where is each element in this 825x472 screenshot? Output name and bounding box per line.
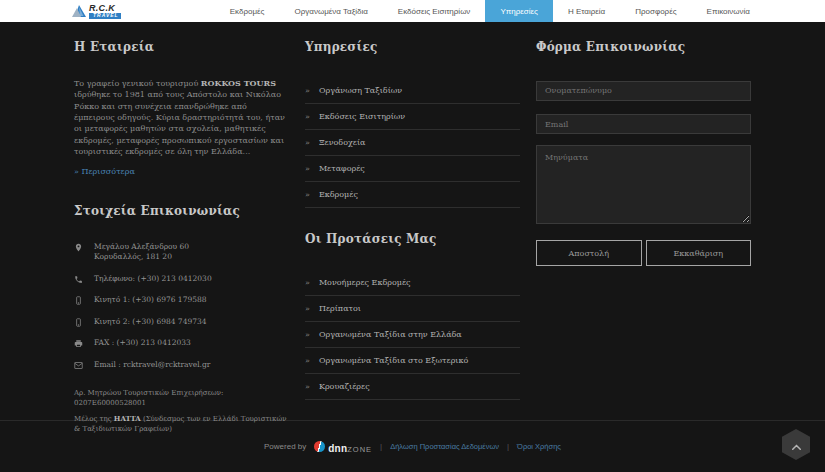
proposals-list: Μονοήμερες ΕκδρομέςΠερίπατοιΟργανωμένα Τ… <box>305 270 520 400</box>
submit-button[interactable]: Αποστολή <box>536 240 642 266</box>
list-item[interactable]: Μεταφορές <box>305 156 520 182</box>
email-icon <box>74 361 84 370</box>
main-nav: ΕκδρομέςΟργανωμένα ΤαξίδιαΕκδόσεις Εισιτ… <box>215 0 765 22</box>
contact-info-list: Μεγάλου Αλεξάνδρου 60Κορυδαλλός, 181 20Τ… <box>74 242 289 371</box>
nav-item-5[interactable]: Προσφορές <box>620 0 691 22</box>
list-item[interactable]: Μονοήμερες Εκδρομές <box>305 270 520 296</box>
phone-icon <box>74 275 84 284</box>
contact-text: Τηλέφωνο: (+30) 213 0412030 <box>94 274 212 285</box>
list-item[interactable]: Εκδόσεις Εισιτηρίων <box>305 104 520 130</box>
contact-text: Μεγάλου Αλεξάνδρου 60Κορυδαλλός, 181 20 <box>94 242 189 263</box>
contact-form-column: Φόρμα Επικοινωνίας Αποστολή Εκκαθάριση <box>536 30 751 435</box>
footer-separator: | <box>380 442 382 451</box>
main-content: Η Εταιρεία Το γραφείο γενικού τουρισμού … <box>0 22 825 420</box>
logo-text: R.C.K TRAVEL <box>89 4 121 19</box>
list-item[interactable]: Εκδρομές <box>305 182 520 208</box>
nav-item-2[interactable]: Εκδόσεις Εισιτηρίων <box>383 0 486 22</box>
nav-item-3[interactable]: Υπηρεσίες <box>485 0 553 22</box>
list-item[interactable]: Οργανωμένα Ταξίδια στην Ελλάδα <box>305 322 520 348</box>
list-item[interactable]: Περίπατοι <box>305 296 520 322</box>
contact-row: Τηλέφωνο: (+30) 213 0412030 <box>74 274 289 285</box>
email-input[interactable] <box>536 114 751 134</box>
services-list: Οργάνωση ΤαξιδίωνΕκδόσεις ΕισιτηρίωνΞενο… <box>305 78 520 208</box>
chevron-up-icon <box>792 435 801 454</box>
mobile-icon <box>74 318 84 327</box>
contact-row: FAX : (+30) 213 0412033 <box>74 338 289 349</box>
footer-separator: | <box>507 442 509 451</box>
dnnzone-logo[interactable]: dnnZONE <box>314 438 372 456</box>
privacy-link[interactable]: Δήλωση Προστασίας Δεδομένων <box>390 442 499 451</box>
contact-text: Κινητό 1: (+30) 6976 179588 <box>94 295 207 306</box>
contact-row: Μεγάλου Αλεξάνδρου 60Κορυδαλλός, 181 20 <box>74 242 289 263</box>
terms-link[interactable]: Όροι Χρήσης <box>517 442 561 451</box>
site-header: R.C.K TRAVEL ΕκδρομέςΟργανωμένα ΤαξίδιαΕ… <box>0 0 825 22</box>
list-item[interactable]: Ξενοδοχεία <box>305 130 520 156</box>
contact-text: Κινητό 2: (+30) 6984 749734 <box>94 317 207 328</box>
nav-item-4[interactable]: Η Εταιρεία <box>553 0 620 22</box>
mobile-icon <box>74 296 84 305</box>
logo-triangle-icon <box>72 5 86 17</box>
proposals-title: Οι Προτάσεις Μας <box>305 232 520 246</box>
list-item[interactable]: Κρουαζιέρες <box>305 374 520 400</box>
nav-item-0[interactable]: Εκδρομές <box>215 0 280 22</box>
list-item[interactable]: Οργάνωση Ταξιδίων <box>305 78 520 104</box>
registry-number: Αρ. Μητρώου Τουριστικών Επιχειρήσεων: 02… <box>74 388 289 408</box>
contact-text: Email : rcktravel@rcktravel.gr <box>94 360 210 371</box>
contact-info-title: Στοιχεία Επικοινωνίας <box>74 204 289 218</box>
message-textarea[interactable] <box>536 145 751 224</box>
fax-icon <box>74 339 84 348</box>
company-title: Η Εταιρεία <box>74 40 289 54</box>
name-input[interactable] <box>536 81 751 101</box>
dnnzone-icon <box>314 441 325 452</box>
clear-button[interactable]: Εκκαθάριση <box>646 240 752 266</box>
logo-subtitle: TRAVEL <box>89 13 121 19</box>
membership-note: Μέλος της HATTA (Σύνδεσμος των εν Ελλάδι… <box>74 414 289 434</box>
list-item[interactable]: Οργανωμένα Ταξίδια στο Εξωτερικό <box>305 348 520 374</box>
site-logo[interactable]: R.C.K TRAVEL <box>72 0 121 22</box>
contact-text: FAX : (+30) 213 0412033 <box>94 338 191 349</box>
powered-by-label: Powered by <box>264 442 306 451</box>
services-title: Υπηρεσίες <box>305 40 520 54</box>
nav-item-6[interactable]: Επικοινωνία <box>692 0 765 22</box>
map-pin-icon <box>74 243 84 252</box>
read-more-link[interactable]: » Περισσότερα <box>74 167 135 176</box>
contact-form-title: Φόρμα Επικοινωνίας <box>536 40 751 54</box>
company-description: Το γραφείο γενικού τουρισμού ROKKOS TOUR… <box>74 78 289 158</box>
contact-row: Κινητό 1: (+30) 6976 179588 <box>74 295 289 306</box>
services-column: Υπηρεσίες Οργάνωση ΤαξιδίωνΕκδόσεις Εισι… <box>305 30 520 435</box>
company-column: Η Εταιρεία Το γραφείο γενικού τουρισμού … <box>74 30 289 435</box>
nav-item-1[interactable]: Οργανωμένα Ταξίδια <box>279 0 382 22</box>
hatta-brand: HATTA <box>114 414 141 423</box>
contact-row: Κινητό 2: (+30) 6984 749734 <box>74 317 289 328</box>
company-brand: ROKKOS TOURS <box>201 78 276 88</box>
contact-row: Email : rcktravel@rcktravel.gr <box>74 360 289 371</box>
